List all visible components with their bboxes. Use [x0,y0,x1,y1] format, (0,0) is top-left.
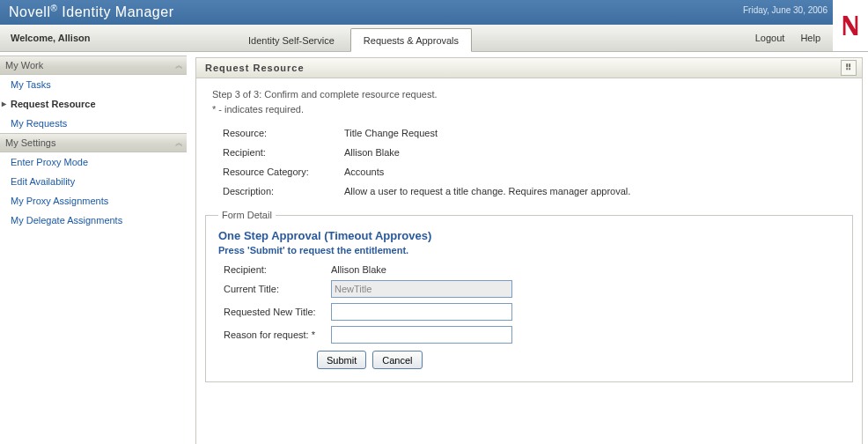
form-recipient-label: Recipient: [220,263,326,277]
sidebar-group-label: My Work [5,60,43,70]
sidebar-group-label: My Settings [5,137,55,148]
form-recipient-value: Allison Blake [327,263,516,277]
secondary-bar: Welcome, Allison Identity Self-Service R… [0,25,868,52]
step-text: Step 3 of 3: Confirm and complete resour… [212,87,846,102]
app-banner: Novell® Identity Manager Friday, June 30… [0,0,868,25]
welcome-text: Welcome, Allison [0,25,225,51]
reason-label: Reason for request: * [220,324,326,345]
sidebar-item-my-proxy-assignments[interactable]: My Proxy Assignments [0,191,187,211]
banner-date: Friday, June 30, 2006 [743,5,828,15]
brand-name: Novell [9,5,50,20]
panel-title: Request Resource [205,63,305,73]
resource-label: Resource: [219,123,341,143]
sidebar-item-my-requests[interactable]: My Requests [0,114,187,133]
current-title-label: Current Title: [220,278,326,300]
sidebar-item-my-tasks[interactable]: My Tasks [0,75,187,94]
sidebar-item-enter-proxy-mode[interactable]: Enter Proxy Mode [0,152,187,172]
sidebar-item-my-delegate-assignments[interactable]: My Delegate Assignments [0,211,187,230]
registered-mark: ® [50,4,57,13]
collapse-icon: ︽ [175,137,181,149]
help-link[interactable]: Help [800,33,820,43]
category-label: Resource Category: [219,162,341,181]
description-value: Allow a user to request a title change. … [341,181,634,201]
category-value: Accounts [341,162,634,181]
app-name: Identity Manager [62,5,173,20]
recipient-value: Allison Blake [341,143,634,162]
approval-subtitle: Press 'Submit' to request the entitlemen… [218,245,840,255]
sidebar-item-request-resource[interactable]: Request Resource [0,94,187,114]
form-detail-fieldset: Form Detail One Step Approval (Timeout A… [205,210,853,382]
sidebar: My Work ︽ My Tasks Request Resource My R… [0,52,187,444]
tab-requests-approvals[interactable]: Requests & Approvals [350,28,472,52]
panel-header: Request Resource ⠿ [196,58,862,78]
main-tabs: Identity Self-Service Requests & Approva… [225,25,755,51]
submit-button[interactable]: Submit [317,351,366,369]
current-title-input [331,280,512,298]
form-detail-legend: Form Detail [218,210,276,220]
approval-title: One Step Approval (Timeout Approves) [218,229,840,242]
description-label: Description: [219,181,341,201]
cancel-button[interactable]: Cancel [372,351,422,369]
app-title: Novell® Identity Manager [0,4,173,20]
resource-value: Title Change Request [341,123,634,143]
logout-link[interactable]: Logout [755,33,785,43]
sidebar-group-my-work[interactable]: My Work ︽ [0,56,187,75]
recipient-label: Recipient: [219,143,341,162]
request-resource-panel: Request Resource ⠿ Step 3 of 3: Confirm … [195,57,863,444]
sidebar-item-edit-availability[interactable]: Edit Availability [0,172,187,191]
form-button-row: Submit Cancel [218,347,840,369]
requested-title-label: Requested New Title: [220,301,326,322]
top-right-links: Logout Help [755,25,833,51]
panel-instructions: Step 3 of 3: Confirm and complete resour… [196,78,862,120]
resource-summary: Resource: Title Change Request Recipient… [196,120,862,204]
tab-identity-self-service[interactable]: Identity Self-Service [236,29,347,51]
required-note: * - indicates required. [212,102,846,117]
requested-title-input[interactable] [331,303,512,321]
reason-input[interactable] [331,326,512,344]
sidebar-group-my-settings[interactable]: My Settings ︽ [0,133,187,152]
novell-logo [833,0,868,51]
collapse-icon: ︽ [175,60,181,71]
required-asterisk: * [312,329,315,340]
panel-menu-icon[interactable]: ⠿ [841,60,857,76]
